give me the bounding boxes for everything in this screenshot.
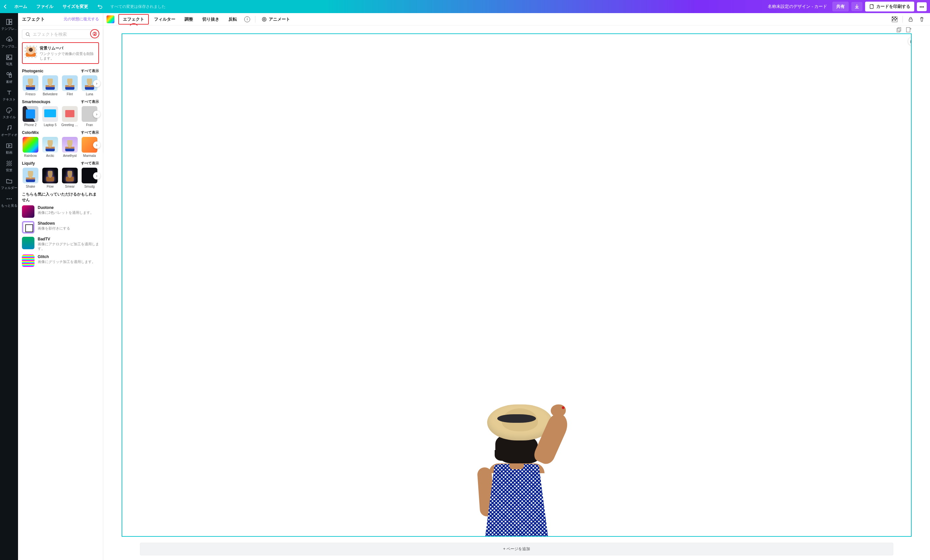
effect-belvedere[interactable]: Belvedere bbox=[42, 75, 59, 96]
nav-folders[interactable]: フォルダー bbox=[0, 175, 18, 193]
toolbar-flip[interactable]: 反転 bbox=[225, 15, 241, 24]
annotation-circle-2: ② bbox=[90, 29, 99, 38]
also-shadows[interactable]: Shadows画像を影付きにする bbox=[22, 221, 99, 233]
show-all-liquify[interactable]: すべて表示 bbox=[81, 161, 99, 166]
toolbar-crop[interactable]: 切り抜き bbox=[198, 15, 223, 24]
svg-rect-22 bbox=[909, 19, 912, 21]
nav-templates[interactable]: テンプレ... bbox=[0, 16, 18, 34]
canvas[interactable] bbox=[122, 34, 912, 537]
folder-icon bbox=[6, 178, 13, 185]
nav-background[interactable]: 背景 bbox=[0, 157, 18, 175]
nav-styles[interactable]: スタイル bbox=[0, 104, 18, 122]
show-all-colormix[interactable]: すべて表示 bbox=[81, 130, 99, 135]
trash-icon[interactable] bbox=[919, 16, 925, 23]
page-icon bbox=[869, 4, 874, 9]
effect-smear[interactable]: Smear bbox=[61, 168, 79, 188]
nav-audio[interactable]: オーディオ bbox=[0, 122, 18, 140]
resize-menu[interactable]: サイズを変更 bbox=[63, 4, 88, 9]
effect-flint[interactable]: Flint bbox=[61, 75, 79, 96]
search-icon bbox=[26, 32, 30, 37]
file-menu[interactable]: ファイル bbox=[36, 4, 54, 9]
svg-point-11 bbox=[11, 198, 11, 199]
effect-rainbow[interactable]: Rainbow bbox=[22, 137, 39, 158]
canvas-image[interactable] bbox=[457, 395, 576, 536]
bg-remover-item[interactable]: 背景リムーバ ワンクリックで画像の背景を削除します。 bbox=[22, 42, 99, 64]
color-swatch[interactable] bbox=[106, 15, 114, 23]
effect-flow[interactable]: Flow bbox=[42, 168, 59, 188]
add-page-button[interactable]: + ページを追加 bbox=[140, 543, 893, 555]
print-card-button[interactable]: カードを印刷する bbox=[865, 2, 914, 11]
toolbar-filter[interactable]: フィルター bbox=[150, 15, 179, 24]
undo-icon[interactable] bbox=[97, 4, 103, 9]
duplicate-page-icon[interactable] bbox=[896, 27, 902, 33]
download-button[interactable] bbox=[851, 2, 862, 11]
top-header: ホーム ファイル サイズを変更 すべての変更は保存されました 名称未設定のデザイ… bbox=[0, 0, 930, 13]
badtv-thumb bbox=[22, 237, 34, 249]
svg-rect-4 bbox=[6, 55, 12, 60]
nav-text[interactable]: テキスト bbox=[0, 86, 18, 104]
svg-rect-18 bbox=[893, 18, 895, 19]
toolbar-effects[interactable]: エフェクト ① bbox=[119, 14, 149, 25]
share-button[interactable]: 共有 bbox=[832, 2, 849, 11]
also-glitch[interactable]: Glitch画像にグリッチ加工を適用します。 bbox=[22, 255, 99, 267]
effect-arctic[interactable]: Arctic bbox=[42, 137, 59, 158]
canvas-area: エフェクト ① フィルター 調整 切り抜き 反転 i アニメート bbox=[103, 13, 930, 560]
also-badtv[interactable]: BadTV画像にアナログテレビ加工を適用します。 bbox=[22, 237, 99, 251]
effect-shake[interactable]: Shake bbox=[22, 168, 39, 188]
effect-phone2[interactable]: Phone 2 bbox=[22, 106, 39, 127]
effect-greetingcard[interactable]: Greeting car... bbox=[61, 106, 79, 127]
add-page-icon[interactable] bbox=[906, 27, 912, 33]
svg-rect-1 bbox=[6, 19, 9, 25]
effect-fresco[interactable]: Fresco bbox=[22, 75, 39, 96]
nav-uploads[interactable]: アップロ... bbox=[0, 34, 18, 51]
toolbar-animate[interactable]: アニメート bbox=[262, 16, 290, 22]
background-icon bbox=[6, 160, 13, 167]
info-icon[interactable]: i bbox=[244, 16, 250, 22]
reset-effects-button[interactable]: 元の状態に復元する bbox=[63, 16, 99, 22]
back-chevron-icon[interactable] bbox=[3, 5, 7, 9]
nav-elements[interactable]: 素材 bbox=[0, 69, 18, 86]
section-smartmockups: Smartmockupsすべて表示 Phone 2 Laptop 5 Greet… bbox=[22, 99, 99, 127]
toolbar-adjust[interactable]: 調整 bbox=[181, 15, 197, 24]
also-duotone[interactable]: Duotone画像に2色パレットを適用します。 bbox=[22, 205, 99, 218]
effect-amethyst[interactable]: Amethyst bbox=[61, 137, 79, 158]
bg-remover-title: 背景リムーバ bbox=[40, 46, 96, 51]
panel-title: エフェクト bbox=[22, 16, 45, 22]
nav-more[interactable]: もっと見る bbox=[0, 193, 18, 210]
image-toolbar: エフェクト ① フィルター 調整 切り抜き 反転 i アニメート bbox=[103, 13, 930, 26]
section-photogenic: Photogenicすべて表示 Fresco Belvedere Flint L… bbox=[22, 69, 99, 96]
effects-panel: エフェクト 元の状態に復元する ② 背景リムーバ ワンクリックで画像の背景を削除… bbox=[18, 13, 103, 560]
palette-icon bbox=[6, 107, 13, 114]
bg-remover-desc: ワンクリックで画像の背景を削除します。 bbox=[40, 52, 96, 61]
svg-rect-20 bbox=[892, 19, 893, 21]
section-colormix: ColorMixすべて表示 Rainbow Arctic Amethyst Ma… bbox=[22, 130, 99, 158]
svg-rect-7 bbox=[9, 75, 11, 77]
show-all-photogenic[interactable]: すべて表示 bbox=[81, 69, 99, 74]
svg-point-12 bbox=[26, 32, 29, 35]
svg-rect-24 bbox=[898, 28, 901, 31]
row-next-colormix[interactable]: › bbox=[93, 141, 100, 149]
lock-icon[interactable] bbox=[907, 16, 914, 23]
duotone-thumb bbox=[22, 205, 34, 218]
shadows-thumb bbox=[22, 221, 34, 233]
effects-search-input[interactable] bbox=[33, 32, 95, 37]
svg-rect-21 bbox=[895, 19, 896, 21]
row-next-photogenic[interactable]: › bbox=[93, 80, 100, 87]
row-next-smartmockups[interactable]: › bbox=[93, 111, 100, 118]
transparency-icon[interactable] bbox=[892, 16, 898, 23]
effects-search[interactable]: ② bbox=[22, 29, 99, 39]
row-next-liquify[interactable]: › bbox=[93, 172, 100, 180]
svg-rect-8 bbox=[6, 144, 12, 148]
refresh-button[interactable] bbox=[908, 37, 912, 46]
more-menu-button[interactable]: ••• bbox=[917, 2, 927, 11]
show-all-smartmockups[interactable]: すべて表示 bbox=[81, 99, 99, 104]
nav-video[interactable]: 動画 bbox=[0, 140, 18, 157]
vertical-nav: テンプレ... アップロ... 写真 素材 テキスト スタイル オーディオ 動画… bbox=[0, 13, 18, 560]
effect-laptop5[interactable]: Laptop 5 bbox=[42, 106, 59, 127]
bg-remover-thumb bbox=[25, 46, 37, 58]
nav-photos[interactable]: 写真 bbox=[0, 51, 18, 69]
glitch-thumb bbox=[22, 255, 34, 267]
svg-point-10 bbox=[9, 198, 9, 199]
document-name[interactable]: 名称未設定のデザイン - カード bbox=[768, 4, 827, 9]
home-menu[interactable]: ホーム bbox=[14, 4, 27, 9]
